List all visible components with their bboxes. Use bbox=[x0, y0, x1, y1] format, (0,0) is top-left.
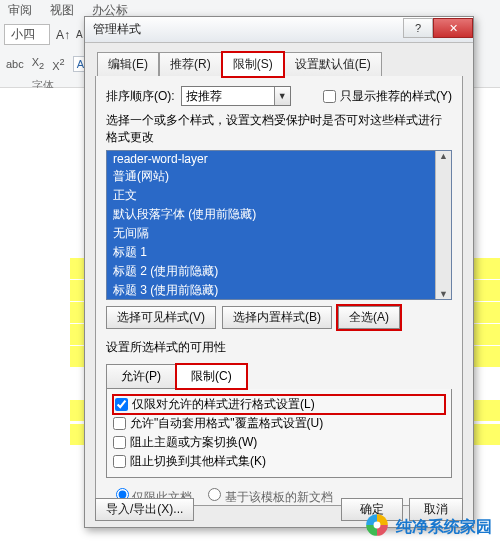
font-size-combo[interactable]: 小四 bbox=[4, 24, 50, 45]
autoformat-label: 允许"自动套用格式"覆盖格式设置(U) bbox=[130, 415, 323, 432]
help-button[interactable]: ? bbox=[403, 18, 433, 38]
list-item[interactable]: 无间隔 bbox=[107, 224, 451, 243]
select-builtin-button[interactable]: 选择内置样式(B) bbox=[222, 306, 332, 329]
decrease-font-icon[interactable]: A bbox=[76, 29, 83, 40]
only-recommended-label: 只显示推荐的样式(Y) bbox=[340, 88, 452, 105]
dialog-tabs: 编辑(E) 推荐(R) 限制(S) 设置默认值(E) bbox=[97, 51, 473, 76]
watermark-logo-icon bbox=[364, 512, 390, 542]
scroll-up-icon[interactable]: ▲ bbox=[439, 151, 448, 161]
ribbon-toolbar: 小四 A↑ A bbox=[4, 24, 83, 45]
scroll-down-icon[interactable]: ▼ bbox=[439, 289, 448, 299]
styles-listbox[interactable]: reader-word-layer 普通(网站) 正文 默认段落字体 (使用前隐… bbox=[106, 150, 452, 300]
block-quickstyles-input[interactable] bbox=[113, 455, 126, 468]
dialog-panel: 排序顺序(O): 按推荐 ▼ 只显示推荐的样式(Y) 选择一个或多个样式，设置文… bbox=[95, 76, 463, 506]
close-button[interactable]: ✕ bbox=[433, 18, 473, 38]
restrict-button[interactable]: 限制(C) bbox=[176, 364, 247, 389]
sort-order-value: 按推荐 bbox=[186, 88, 222, 105]
chevron-down-icon: ▼ bbox=[274, 87, 290, 105]
select-visible-button[interactable]: 选择可见样式(V) bbox=[106, 306, 216, 329]
permit-button[interactable]: 允许(P) bbox=[106, 364, 176, 389]
restrict-options-panel: 仅限对允许的样式进行格式设置(L) 允许"自动套用格式"覆盖格式设置(U) 阻止… bbox=[106, 389, 452, 478]
block-theme-input[interactable] bbox=[113, 436, 126, 449]
only-recommended-checkbox[interactable]: 只显示推荐的样式(Y) bbox=[323, 88, 452, 105]
autoformat-input[interactable] bbox=[113, 417, 126, 430]
ribbon-tab[interactable]: 审阅 bbox=[8, 2, 32, 19]
list-item[interactable]: 默认段落字体 (使用前隐藏) bbox=[107, 205, 451, 224]
sort-order-combo[interactable]: 按推荐 ▼ bbox=[181, 86, 291, 106]
only-allowed-label: 仅限对允许的样式进行格式设置(L) bbox=[132, 396, 315, 413]
list-item[interactable]: 标题 1 bbox=[107, 243, 451, 262]
select-all-button[interactable]: 全选(A) bbox=[338, 306, 400, 329]
instruction-text: 选择一个或多个样式，设置文档受保护时是否可对这些样式进行格式更改 bbox=[106, 112, 452, 146]
block-theme-label: 阻止主题或方案切换(W) bbox=[130, 434, 257, 451]
list-item[interactable]: 正文 bbox=[107, 186, 451, 205]
import-export-button[interactable]: 导入/导出(X)... bbox=[95, 498, 194, 521]
list-item[interactable]: 普通(网站) bbox=[107, 167, 451, 186]
list-item[interactable]: reader-word-layer bbox=[107, 151, 451, 167]
dialog-title: 管理样式 bbox=[93, 21, 141, 38]
list-item[interactable]: 标题 3 (使用前隐藏) bbox=[107, 281, 451, 300]
superscript-icon[interactable]: X2 bbox=[52, 57, 64, 72]
strikethrough-icon[interactable]: abc bbox=[6, 58, 24, 70]
listbox-scrollbar[interactable]: ▲ ▼ bbox=[435, 151, 451, 299]
tab-recommend[interactable]: 推荐(R) bbox=[159, 52, 222, 77]
autoformat-checkbox[interactable]: 允许"自动套用格式"覆盖格式设置(U) bbox=[113, 414, 445, 433]
tab-restrict[interactable]: 限制(S) bbox=[222, 52, 284, 77]
watermark: 纯净系统家园 bbox=[364, 512, 492, 542]
block-quickstyles-checkbox[interactable]: 阻止切换到其他样式集(K) bbox=[113, 452, 445, 471]
tab-edit[interactable]: 编辑(E) bbox=[97, 52, 159, 77]
only-allowed-input[interactable] bbox=[115, 398, 128, 411]
close-icon: ✕ bbox=[449, 22, 458, 35]
tab-defaults[interactable]: 设置默认值(E) bbox=[284, 52, 382, 77]
only-allowed-checkbox[interactable]: 仅限对允许的样式进行格式设置(L) bbox=[113, 395, 445, 414]
subscript-icon[interactable]: X2 bbox=[32, 56, 44, 71]
manage-styles-dialog: 管理样式 ? ✕ 编辑(E) 推荐(R) 限制(S) 设置默认值(E) 排序顺序… bbox=[84, 16, 474, 528]
increase-font-icon[interactable]: A↑ bbox=[56, 28, 70, 42]
watermark-text: 纯净系统家园 bbox=[396, 517, 492, 538]
block-theme-checkbox[interactable]: 阻止主题或方案切换(W) bbox=[113, 433, 445, 452]
ribbon-tab[interactable]: 视图 bbox=[50, 2, 74, 19]
dialog-titlebar[interactable]: 管理样式 ? ✕ bbox=[85, 17, 473, 43]
only-recommended-input[interactable] bbox=[323, 90, 336, 103]
usability-label: 设置所选样式的可用性 bbox=[106, 339, 452, 356]
list-item[interactable]: 标题 2 (使用前隐藏) bbox=[107, 262, 451, 281]
sort-order-label: 排序顺序(O): bbox=[106, 88, 175, 105]
block-quickstyles-label: 阻止切换到其他样式集(K) bbox=[130, 453, 266, 470]
svg-point-0 bbox=[374, 522, 381, 529]
ribbon-row2: abc X2 X2 A bbox=[6, 56, 88, 72]
